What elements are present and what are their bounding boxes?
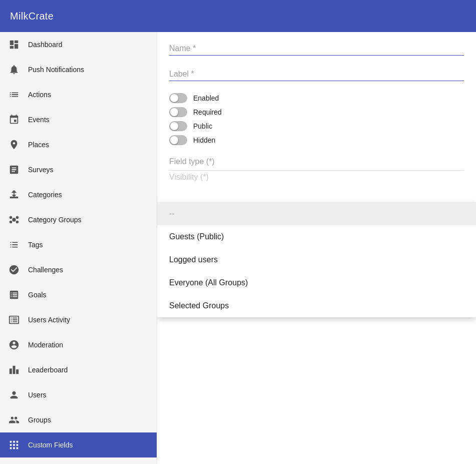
svg-point-2 [16, 216, 19, 219]
public-toggle-row: Public [169, 121, 464, 131]
sidebar-label-users: Users [28, 391, 47, 399]
sidebar-item-categories[interactable]: Categories [0, 182, 157, 207]
dropdown-option-logged-users[interactable]: Logged users [157, 248, 476, 271]
sidebar-label-actions: Actions [28, 91, 51, 99]
svg-point-3 [10, 221, 13, 224]
sidebar-label-tags: Tags [28, 241, 43, 249]
places-icon [8, 139, 20, 150]
field-type-label: Field type (*) [169, 157, 215, 166]
sidebar-label-categories: Categories [28, 191, 62, 199]
sidebar-item-places[interactable]: Places [0, 132, 157, 157]
sidebar-label-events: Events [28, 116, 50, 124]
main-layout: Dashboard Push Notifications Actions Eve… [0, 32, 476, 464]
sidebar-label-users-activity: Users Activity [28, 316, 70, 324]
sidebar-label-goals: Goals [28, 291, 47, 299]
sidebar-item-push-notifications[interactable]: Push Notifications [0, 57, 157, 82]
svg-point-4 [16, 221, 19, 224]
dashboard-icon [8, 39, 20, 50]
sidebar-label-push-notifications: Push Notifications [28, 66, 84, 74]
name-input[interactable] [169, 42, 464, 56]
name-field [169, 42, 464, 56]
sidebar-item-goals[interactable]: Goals [0, 282, 157, 307]
category-groups-icon [8, 214, 20, 225]
sidebar-item-users[interactable]: Users [0, 382, 157, 407]
public-label: Public [193, 122, 212, 130]
goals-icon [8, 289, 20, 300]
sidebar-item-surveys[interactable]: Surveys [0, 157, 157, 182]
sidebar-label-moderation: Moderation [28, 341, 63, 349]
sidebar-label-groups: Groups [28, 416, 51, 424]
sidebar-item-custom-fields[interactable]: Custom Fields [0, 432, 157, 457]
toggle-group: Enabled Required Public Hidden [169, 93, 464, 145]
sidebar: Dashboard Push Notifications Actions Eve… [0, 32, 157, 464]
enabled-label: Enabled [193, 94, 219, 102]
tags-icon [8, 239, 20, 250]
sidebar-label-leaderboard: Leaderboard [28, 366, 68, 374]
required-toggle[interactable] [169, 107, 187, 117]
challenges-icon [8, 264, 20, 275]
hidden-toggle-row: Hidden [169, 135, 464, 145]
hidden-label: Hidden [193, 136, 215, 144]
sidebar-item-groups[interactable]: Groups [0, 407, 157, 432]
visibility-label: Visibility (*) [169, 173, 209, 181]
enabled-toggle[interactable] [169, 93, 187, 103]
sidebar-item-users-activity[interactable]: Users Activity [0, 307, 157, 332]
groups-icon [8, 414, 20, 425]
enabled-toggle-row: Enabled [169, 93, 464, 103]
custom-fields-icon [8, 439, 20, 450]
events-icon [8, 114, 20, 125]
actions-icon [8, 89, 20, 100]
sidebar-label-challenges: Challenges [28, 266, 63, 274]
required-toggle-row: Required [169, 107, 464, 117]
sidebar-item-category-groups[interactable]: Category Groups [0, 207, 157, 232]
field-type-row[interactable]: Field type (*) [169, 157, 464, 171]
svg-point-1 [10, 216, 13, 219]
sidebar-item-dashboard[interactable]: Dashboard [0, 32, 157, 57]
sidebar-label-places: Places [28, 141, 49, 149]
sidebar-label-category-groups: Category Groups [28, 216, 82, 224]
dropdown-option-guests-public[interactable]: Guests (Public) [157, 225, 476, 248]
dropdown-option-selected-groups[interactable]: Selected Groups [157, 294, 476, 317]
hidden-toggle[interactable] [169, 135, 187, 145]
leaderboard-icon [8, 364, 20, 375]
app-header: MilkCrate [0, 0, 476, 32]
notifications-icon [8, 64, 20, 75]
content-area: Enabled Required Public Hidden Field typ [157, 32, 476, 464]
users-icon [8, 389, 20, 400]
form-area: Enabled Required Public Hidden Field typ [157, 32, 476, 196]
users-activity-icon [8, 314, 20, 325]
visibility-row[interactable]: Visibility (*) [169, 173, 464, 186]
app-title: MilkCrate [10, 11, 54, 22]
sidebar-item-events[interactable]: Events [0, 107, 157, 132]
label-input[interactable] [169, 68, 464, 81]
required-label: Required [193, 108, 222, 116]
dropdown-option-none[interactable]: -- [157, 202, 476, 225]
dropdown-option-everyone-all-groups[interactable]: Everyone (All Groups) [157, 271, 476, 294]
svg-point-0 [12, 218, 16, 221]
sidebar-item-challenges[interactable]: Challenges [0, 257, 157, 282]
visibility-dropdown: -- Guests (Public) Logged users Everyone… [157, 202, 476, 317]
public-toggle[interactable] [169, 121, 187, 131]
sidebar-item-leaderboard[interactable]: Leaderboard [0, 357, 157, 382]
sidebar-item-tags[interactable]: Tags [0, 232, 157, 257]
surveys-icon [8, 164, 20, 175]
sidebar-item-actions[interactable]: Actions [0, 82, 157, 107]
categories-icon [8, 189, 20, 200]
label-field [169, 68, 464, 81]
sidebar-label-custom-fields: Custom Fields [28, 441, 73, 449]
sidebar-label-dashboard: Dashboard [28, 41, 63, 49]
sidebar-label-surveys: Surveys [28, 166, 54, 174]
sidebar-item-moderation[interactable]: Moderation [0, 332, 157, 357]
moderation-icon [8, 339, 20, 350]
